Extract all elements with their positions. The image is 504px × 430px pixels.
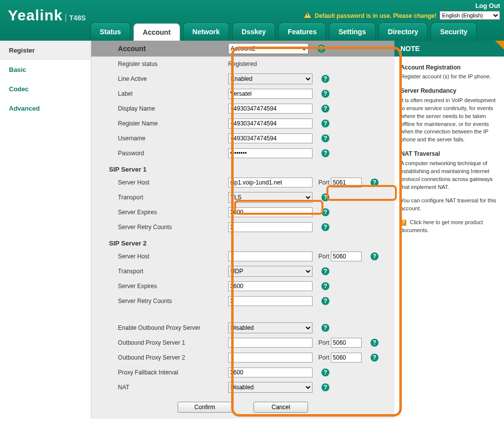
outbound-proxy1-input[interactable] <box>228 338 313 348</box>
help-icon[interactable]: ? <box>371 252 378 260</box>
question-icon: ? <box>400 220 406 226</box>
outbound-proxy1-port-label: Port <box>318 339 329 346</box>
help-icon[interactable]: ? <box>321 297 329 305</box>
language-select[interactable]: English (English) <box>440 11 500 20</box>
sidebar-item-advanced[interactable]: Advanced <box>0 99 91 118</box>
sidebar-item-register[interactable]: Register <box>0 41 91 60</box>
note-title: NOTE <box>394 41 504 57</box>
tab-dsskey[interactable]: Dsskey <box>232 23 275 41</box>
outbound-proxy1-label: Outbound Proxy Server 1 <box>118 339 228 346</box>
sip2-transport-select[interactable]: UDP <box>228 266 313 277</box>
outbound-proxy-enable-select[interactable]: Disabled <box>228 322 313 333</box>
sip1-retry-label: Server Retry Counts <box>118 224 228 231</box>
help-icon[interactable]: ? <box>321 75 329 83</box>
sidebar-item-codec[interactable]: Codec <box>0 79 91 99</box>
username-label: Username <box>118 135 228 142</box>
proxy-fallback-input[interactable] <box>228 368 313 377</box>
logo-text: Yealink <box>8 7 63 24</box>
main-tabs: Status Account Network Dsskey Features S… <box>90 23 477 41</box>
help-icon[interactable]: ? <box>321 105 329 113</box>
sip2-transport-label: Transport <box>118 268 228 275</box>
help-icon[interactable]: ? <box>321 149 329 157</box>
help-icon[interactable]: ? <box>321 267 329 275</box>
sip2-expires-input[interactable] <box>228 281 313 291</box>
help-icon[interactable]: ? <box>321 134 329 142</box>
sip1-host-label: Server Host <box>118 179 228 186</box>
note-panel: NOTE Account Registration Register accou… <box>394 41 504 419</box>
help-icon[interactable]: ? <box>317 45 325 53</box>
outbound-proxy1-port-input[interactable] <box>331 338 362 348</box>
confirm-button[interactable]: Confirm <box>178 402 232 413</box>
help-icon[interactable]: ? <box>321 324 329 332</box>
password-input[interactable] <box>228 148 313 158</box>
help-icon[interactable]: ? <box>321 223 329 231</box>
note-heading-account-registration: Account Registration <box>400 63 498 72</box>
tab-directory[interactable]: Directory <box>378 23 428 41</box>
sip-server-2-head: SIP Server 2 <box>91 235 394 249</box>
outbound-proxy-enable-label: Enable Outbound Proxy Server <box>118 324 228 331</box>
display-name-input[interactable] <box>228 104 313 114</box>
outbound-proxy2-label: Outbound Proxy Server 2 <box>118 354 228 361</box>
help-icon[interactable]: ? <box>321 369 329 376</box>
help-icon[interactable]: ? <box>321 193 329 201</box>
sip2-port-input[interactable] <box>331 251 362 261</box>
password-warning[interactable]: Default password is in use. Please chang… <box>304 12 437 19</box>
documents-link[interactable]: ? Click here to get more product documen… <box>400 219 498 235</box>
model-text: T48S <box>65 14 85 22</box>
sip1-expires-label: Server Expires <box>118 209 228 216</box>
account-select[interactable]: Account2 <box>228 43 309 54</box>
outbound-proxy2-input[interactable] <box>228 353 313 363</box>
cancel-button[interactable]: Cancel <box>253 402 308 413</box>
sip2-retry-input[interactable] <box>228 296 313 306</box>
username-input[interactable] <box>228 133 313 143</box>
sip1-host-input[interactable] <box>228 178 313 187</box>
register-status-label: Register status <box>118 61 228 67</box>
help-icon[interactable]: ? <box>321 120 329 127</box>
line-active-label: Line Active <box>118 75 228 82</box>
warning-text: Default password is in use. Please chang… <box>315 12 437 19</box>
help-icon[interactable]: ? <box>321 90 329 98</box>
sip1-transport-label: Transport <box>118 194 228 201</box>
help-icon[interactable]: ? <box>371 354 378 362</box>
help-icon[interactable]: ? <box>321 383 329 391</box>
help-icon[interactable]: ? <box>321 282 329 290</box>
sip1-port-input[interactable] <box>331 178 362 187</box>
sidebar-item-basic[interactable]: Basic <box>0 60 91 79</box>
sip2-host-label: Server Host <box>118 253 228 260</box>
sip2-host-input[interactable] <box>228 251 313 261</box>
tab-status[interactable]: Status <box>90 23 130 41</box>
sidebar: Register Basic Codec Advanced <box>0 41 91 419</box>
register-name-label: Register Name <box>118 120 228 127</box>
sip-server-1-head: SIP Server 1 <box>91 161 394 175</box>
help-icon[interactable]: ? <box>371 179 378 186</box>
sip1-expires-input[interactable] <box>228 207 313 217</box>
form-panel: Account Account2 ? Register status Regis… <box>91 41 394 419</box>
register-status-value: Registered <box>228 61 313 67</box>
register-name-input[interactable] <box>228 119 313 128</box>
note-text: It is often required in VoIP development… <box>400 97 498 144</box>
topbar: Log Out Default password is in use. Plea… <box>0 0 504 41</box>
line-active-select[interactable]: Enabled <box>228 73 313 84</box>
sip1-port-label: Port <box>318 179 329 186</box>
outbound-proxy2-port-input[interactable] <box>331 353 362 363</box>
tab-settings[interactable]: Settings <box>329 23 375 41</box>
help-icon[interactable]: ? <box>371 339 378 347</box>
tab-security[interactable]: Security <box>431 23 477 41</box>
sip1-retry-input[interactable] <box>228 222 313 232</box>
proxy-fallback-label: Proxy Fallback Interval <box>118 369 228 376</box>
tab-network[interactable]: Network <box>183 23 229 41</box>
note-text: Register account (s) for the IP phone. <box>400 73 498 81</box>
tab-features[interactable]: Features <box>278 23 326 41</box>
note-text: A computer networking technique of estab… <box>400 160 498 191</box>
note-heading-server-redundancy: Server Redundancy <box>400 87 498 95</box>
label-input[interactable] <box>228 89 313 99</box>
logout-link[interactable]: Log Out <box>475 2 500 9</box>
logo: Yealink T48S <box>8 7 86 24</box>
display-name-label: Display Name <box>118 105 228 112</box>
tab-account[interactable]: Account <box>133 23 180 41</box>
sip1-transport-select[interactable]: TLS <box>228 192 313 203</box>
outbound-proxy2-port-label: Port <box>318 354 329 361</box>
nat-select[interactable]: Disabled <box>228 382 313 393</box>
help-icon[interactable]: ? <box>321 208 329 216</box>
password-label: Password <box>118 150 228 157</box>
